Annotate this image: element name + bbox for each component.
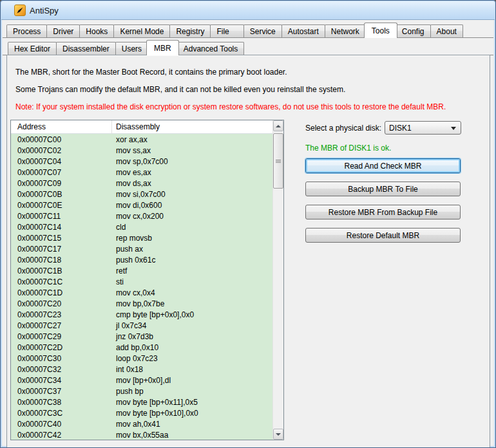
physical-disk-select[interactable]: DISK1 — [385, 121, 461, 135]
table-row[interactable]: 0x00007C23cmp byte [bp+0x0],0x0 — [11, 309, 272, 320]
table-row[interactable]: 0x00007C0Emov di,0x600 — [11, 200, 272, 210]
table-row[interactable]: 0x00007C32int 0x18 — [11, 364, 272, 375]
cell-disassembly: add bp,0x10 — [111, 343, 272, 352]
title-bar[interactable]: AntiSpy — [1, 1, 495, 20]
scroll-up-button[interactable] — [273, 120, 283, 131]
table-row[interactable]: 0x00007C1Dmov cx,0x4 — [11, 287, 272, 298]
cell-disassembly: jl 0x7c34 — [111, 321, 272, 330]
disassembly-listview[interactable]: Address Disassembly 0x00007C00xor ax,ax0… — [10, 120, 284, 440]
table-row[interactable]: 0x00007C20mov bp,0x7be — [11, 298, 272, 309]
read-and-check-mbr-button[interactable]: Read And Check MBR — [305, 158, 461, 173]
subtab-disassembler[interactable]: Disassembler — [56, 42, 116, 55]
subtab-hex-editor[interactable]: Hex Editor — [8, 42, 57, 55]
cell-address: 0x00007C32 — [11, 365, 111, 374]
tab-file[interactable]: File — [210, 24, 243, 37]
mbr-status-text: The MBR of DISK1 is ok. — [305, 144, 461, 153]
tab-kernel-mode[interactable]: Kernel Mode — [113, 24, 170, 37]
cell-address: 0x00007C37 — [11, 387, 111, 396]
table-row[interactable]: 0x00007C1Bretf — [11, 265, 272, 276]
mbr-warning-note: Note: If your system installed the disk … — [15, 102, 481, 111]
backup-mbr-to-file-button[interactable]: Backup MBR To File — [305, 182, 461, 196]
table-row[interactable]: 0x00007C30loop 0x7c23 — [11, 353, 272, 364]
tab-about[interactable]: About — [430, 24, 463, 37]
cell-address: 0x00007C04 — [11, 157, 111, 166]
cell-disassembly: cld — [111, 223, 272, 232]
cell-disassembly: jnz 0x7d3b — [111, 332, 272, 341]
table-row[interactable]: 0x00007C38mov byte [bp+0x11],0x5 — [11, 397, 272, 407]
cell-address: 0x00007C15 — [11, 234, 111, 243]
restore-default-mbr-button[interactable]: Restore Default MBR — [305, 228, 461, 243]
subtab-mbr[interactable]: MBR — [146, 40, 179, 55]
table-row[interactable]: 0x00007C02mov ss,ax — [11, 145, 272, 156]
table-row[interactable]: 0x00007C29jnz 0x7d3b — [11, 331, 272, 342]
cell-disassembly: mov es,ax — [111, 168, 272, 177]
cell-disassembly: push ax — [111, 245, 272, 254]
table-row[interactable]: 0x00007C0Bmov si,0x7c00 — [11, 189, 272, 200]
cell-disassembly: mov cx,0x200 — [111, 212, 272, 221]
tab-config[interactable]: Config — [396, 24, 431, 37]
tab-hooks[interactable]: Hooks — [79, 24, 114, 37]
tools-sub-tab-bar: Hex Editor Disassembler Users MBR Advanc… — [3, 38, 493, 55]
restore-mbr-from-backup-file-button[interactable]: Restore MBR From Backup File — [305, 205, 461, 219]
tab-service[interactable]: Service — [243, 24, 282, 37]
table-row[interactable]: 0x00007C42mov bx,0x55aa — [11, 429, 272, 440]
cell-address: 0x00007C40 — [11, 420, 111, 429]
cell-address: 0x00007C17 — [11, 245, 111, 254]
subtab-advanced-tools[interactable]: Advanced Tools — [177, 42, 245, 55]
table-row[interactable]: 0x00007C27jl 0x7c34 — [11, 320, 272, 331]
cell-address: 0x00007C0E — [11, 201, 111, 210]
table-row[interactable]: 0x00007C15rep movsb — [11, 232, 272, 243]
table-row[interactable]: 0x00007C04mov sp,0x7c00 — [11, 156, 272, 167]
table-row[interactable]: 0x00007C2Dadd bp,0x10 — [11, 342, 272, 353]
table-row[interactable]: 0x00007C1Csti — [11, 276, 272, 287]
table-row[interactable]: 0x00007C17push ax — [11, 243, 272, 254]
scroll-down-button[interactable] — [273, 429, 283, 440]
vertical-scrollbar[interactable] — [272, 120, 283, 440]
main-tab-bar: Process Driver Hooks Kernel Mode Registr… — [3, 20, 493, 38]
tab-tools[interactable]: Tools — [364, 23, 397, 38]
cell-address: 0x00007C38 — [11, 398, 111, 407]
mbr-info-line2: Some Trojans can modify the default MBR,… — [15, 85, 481, 94]
column-header-address[interactable]: Address — [11, 122, 111, 131]
window-title: AntiSpy — [30, 6, 59, 15]
table-row[interactable]: 0x00007C40mov ah,0x41 — [11, 418, 272, 429]
tab-driver[interactable]: Driver — [46, 24, 80, 37]
table-row[interactable]: 0x00007C37push bp — [11, 386, 272, 397]
scrollbar-thumb[interactable] — [273, 133, 283, 189]
cell-address: 0x00007C18 — [11, 256, 111, 265]
tab-autostart[interactable]: Autostart — [281, 24, 325, 37]
column-header-disassembly[interactable]: Disassembly — [111, 120, 272, 133]
disk-select-label: Select a physical disk: — [305, 124, 381, 133]
mbr-tab-page: The MBR, short for the Master Boot Recor… — [6, 55, 490, 448]
table-row[interactable]: 0x00007C09mov ds,ax — [11, 178, 272, 189]
listview-header[interactable]: Address Disassembly — [11, 120, 272, 134]
cell-address: 0x00007C30 — [11, 354, 111, 363]
table-row[interactable]: 0x00007C07mov es,ax — [11, 167, 272, 178]
cell-address: 0x00007C23 — [11, 310, 111, 319]
table-row[interactable]: 0x00007C00xor ax,ax — [11, 134, 272, 145]
table-row[interactable]: 0x00007C18push 0x61c — [11, 254, 272, 265]
table-row[interactable]: 0x00007C3Cmov byte [bp+0x10],0x0 — [11, 407, 272, 418]
cell-address: 0x00007C29 — [11, 332, 111, 341]
cell-disassembly: mov bp,0x7be — [111, 299, 272, 308]
cell-disassembly: loop 0x7c23 — [111, 354, 272, 363]
cell-address: 0x00007C42 — [11, 431, 111, 440]
cell-address: 0x00007C20 — [11, 299, 111, 308]
cell-disassembly: int 0x18 — [111, 365, 272, 374]
tab-network[interactable]: Network — [325, 24, 366, 37]
table-row[interactable]: 0x00007C34mov [bp+0x0],dl — [11, 375, 272, 386]
table-row[interactable]: 0x00007C14cld — [11, 221, 272, 232]
cell-address: 0x00007C14 — [11, 223, 111, 232]
cell-disassembly: mov ds,ax — [111, 179, 272, 188]
cell-address: 0x00007C07 — [11, 168, 111, 177]
cell-address: 0x00007C11 — [11, 212, 111, 221]
tab-registry[interactable]: Registry — [169, 24, 211, 37]
tab-process[interactable]: Process — [6, 24, 47, 37]
table-row[interactable]: 0x00007C11mov cx,0x200 — [11, 210, 272, 221]
cell-disassembly: cmp byte [bp+0x0],0x0 — [111, 310, 272, 319]
subtab-users[interactable]: Users — [115, 42, 148, 55]
mbr-info-line1: The MBR, short for the Master Boot Recor… — [15, 68, 481, 77]
selected-disk-value: DISK1 — [389, 124, 412, 133]
cell-disassembly: mov di,0x600 — [111, 201, 272, 210]
app-window: AntiSpy Process Driver Hooks Kernel Mode… — [0, 0, 496, 448]
